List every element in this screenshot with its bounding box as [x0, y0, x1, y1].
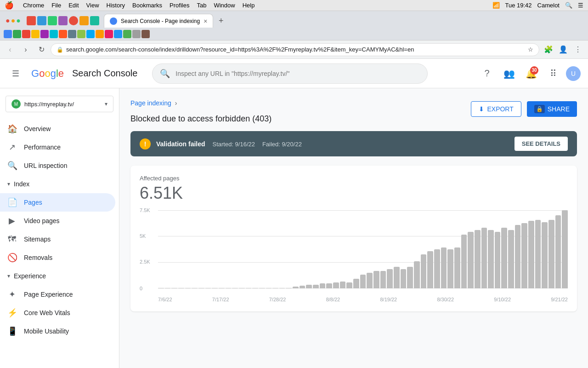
- breadcrumb: Page indexing ›: [130, 99, 271, 107]
- forward-btn[interactable]: ›: [19, 43, 32, 56]
- breadcrumb-link[interactable]: Page indexing: [130, 99, 171, 107]
- index-section-header[interactable]: ▾ Index: [0, 175, 119, 193]
- bookmark-icon[interactable]: ☆: [528, 46, 533, 53]
- bar-item: [226, 288, 232, 288]
- menu-help[interactable]: Help: [243, 2, 255, 9]
- bar-item: [333, 282, 339, 288]
- y-label-2500: 2.5K: [140, 259, 150, 264]
- notifications-btn[interactable]: 🔔 30: [522, 64, 540, 83]
- address-bar[interactable]: 🔒 search.google.com/search-console/index…: [51, 43, 539, 56]
- sidebar-item-url-inspection[interactable]: 🔍 URL inspection: [0, 156, 115, 175]
- search-icon: 🔍: [7, 161, 17, 171]
- bar-item: [475, 230, 481, 289]
- validation-text: Validation failed Started: 9/16/22 Faile…: [156, 140, 509, 148]
- menu-edit[interactable]: Edit: [68, 2, 79, 9]
- removals-icon: 🚫: [7, 253, 17, 263]
- new-tab-btn[interactable]: +: [215, 15, 226, 26]
- search-input[interactable]: [175, 70, 420, 77]
- bar-item: [407, 267, 413, 288]
- avatar[interactable]: U: [566, 66, 581, 81]
- sidebar-item-overview[interactable]: 🏠 Overview: [0, 120, 115, 138]
- apple-menu[interactable]: 🍎: [5, 1, 14, 10]
- sidebar-item-label-removals: Removals: [24, 254, 52, 261]
- bar-item: [340, 282, 346, 288]
- bar-item: [427, 251, 433, 288]
- bar-item: [562, 210, 568, 288]
- hamburger-menu-btn[interactable]: ☰: [7, 65, 24, 82]
- sidebar-item-sitemaps[interactable]: 🗺 Sitemaps: [0, 230, 115, 248]
- sidebar-item-core-web-vitals[interactable]: ⚡ Core Web Vitals: [0, 304, 115, 322]
- menu-window[interactable]: Window: [214, 2, 235, 9]
- notification-count: 30: [530, 66, 538, 75]
- mac-menubar: 🍎 Chrome File Edit View History Bookmark…: [0, 0, 588, 11]
- admin-btn[interactable]: 👥: [500, 64, 518, 83]
- see-details-button[interactable]: SEE DETAILS: [514, 137, 568, 151]
- bar-item: [488, 230, 494, 289]
- back-btn[interactable]: ‹: [4, 43, 17, 56]
- page-title: Blocked due to access forbidden (403): [130, 114, 271, 124]
- bar-item: [259, 288, 265, 288]
- bar-item: [454, 247, 460, 288]
- bar-item: [246, 288, 252, 288]
- collapse-icon: ▾: [7, 181, 10, 187]
- search-bar[interactable]: 🔍: [152, 63, 428, 84]
- bar-item: [535, 220, 541, 288]
- menu-profiles[interactable]: Profiles: [170, 2, 189, 9]
- bar-item: [178, 288, 184, 288]
- tab-close-btn[interactable]: ×: [204, 17, 207, 25]
- profile-btn[interactable]: 👤: [557, 43, 570, 56]
- index-section-label: Index: [14, 180, 29, 188]
- y-label-7500: 7.5K: [140, 207, 150, 213]
- experience-icon: ✦: [7, 289, 17, 299]
- extensions-btn[interactable]: 🧩: [542, 43, 555, 56]
- help-btn[interactable]: ?: [478, 64, 496, 83]
- sidebar-item-performance[interactable]: ↗ Performance: [0, 138, 115, 156]
- clock: Tue 19:42: [505, 2, 532, 9]
- page-header: Page indexing › Blocked due to access fo…: [130, 99, 577, 124]
- export-button[interactable]: ⬇ EXPORT: [471, 101, 521, 117]
- sidebar: M https://myreplay.tv/ ▾ 🏠 Overview ↗ Pe…: [0, 88, 119, 368]
- web-vitals-icon: ⚡: [7, 308, 17, 318]
- wifi-icon: 📶: [492, 2, 500, 9]
- experience-section-header[interactable]: ▾ Experience: [0, 267, 119, 285]
- bar-item: [212, 288, 218, 288]
- menu-bookmarks[interactable]: Bookmarks: [132, 2, 162, 9]
- sitemaps-icon: 🗺: [7, 235, 17, 244]
- app-title: Search Console: [72, 68, 137, 79]
- menu-chrome[interactable]: Chrome: [23, 2, 44, 9]
- google-logo: Google: [31, 68, 64, 80]
- y-label-0: 0: [140, 286, 142, 291]
- mobile-icon: 📱: [7, 326, 17, 336]
- menu-view[interactable]: View: [86, 2, 99, 9]
- sidebar-item-pages[interactable]: 📄 Pages: [0, 193, 115, 212]
- bar-item: [421, 254, 427, 288]
- site-selector[interactable]: M https://myreplay.tv/ ▾: [6, 96, 113, 112]
- performance-icon: ↗: [7, 142, 17, 152]
- bars-area: [158, 210, 568, 288]
- share-button[interactable]: 🔒 SHARE: [527, 101, 577, 117]
- active-tab[interactable]: Search Console - Page indexing ×: [104, 14, 213, 28]
- more-btn[interactable]: ⋮: [571, 43, 584, 56]
- reload-btn[interactable]: ↻: [35, 43, 48, 56]
- dropdown-arrow-icon: ▾: [105, 101, 107, 107]
- bar-item: [279, 288, 285, 288]
- sidebar-item-video-pages[interactable]: ▶ Video pages: [0, 212, 115, 230]
- menu-file[interactable]: File: [51, 2, 61, 9]
- sidebar-item-mobile-usability[interactable]: 📱 Mobile Usability: [0, 322, 115, 340]
- sidebar-item-label-video-pages: Video pages: [24, 217, 60, 224]
- export-icon: ⬇: [479, 105, 484, 113]
- content-area: Page indexing › Blocked due to access fo…: [119, 88, 588, 368]
- search-icon: 🔍: [160, 69, 170, 79]
- apps-btn[interactable]: ⠿: [544, 64, 562, 83]
- menu-history[interactable]: History: [107, 2, 125, 9]
- validation-failed: Failed: 9/20/22: [262, 141, 302, 148]
- bar-item: [508, 230, 514, 289]
- sidebar-item-page-experience[interactable]: ✦ Page Experience: [0, 285, 115, 304]
- menu-tab[interactable]: Tab: [197, 2, 206, 9]
- bar-item: [360, 275, 366, 288]
- bar-item: [232, 288, 238, 288]
- sidebar-item-removals[interactable]: 🚫 Removals: [0, 248, 115, 267]
- menu-extras-icon: ☰: [578, 2, 583, 9]
- sidebar-item-label-url-inspection: URL inspection: [24, 162, 67, 169]
- bar-item: [447, 249, 453, 288]
